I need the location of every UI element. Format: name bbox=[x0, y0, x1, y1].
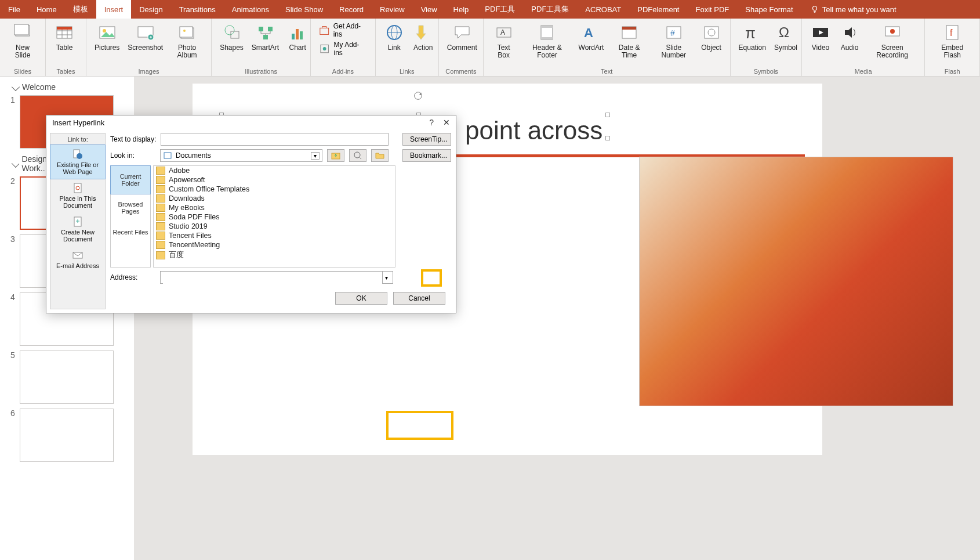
cmd-embed-flash[interactable]: f Embed Flash bbox=[930, 21, 975, 63]
tab-help[interactable]: Help bbox=[445, 0, 477, 19]
tab-shape-format[interactable]: Shape Format bbox=[737, 0, 801, 19]
tab-current-folder[interactable]: Current Folder bbox=[110, 165, 151, 194]
thumb-row-5[interactable]: 5 bbox=[0, 349, 134, 407]
up-folder-button[interactable] bbox=[327, 149, 344, 162]
tab-view[interactable]: View bbox=[413, 0, 445, 19]
tab-file[interactable]: File bbox=[0, 0, 28, 19]
bookmark-button[interactable]: Bookmark... bbox=[402, 149, 451, 162]
cmd-my-addins[interactable]: My Add-ins bbox=[315, 39, 371, 58]
slide-title-text[interactable]: point across bbox=[465, 116, 602, 145]
selection-handle[interactable] bbox=[605, 136, 610, 140]
thumb-5[interactable] bbox=[20, 351, 114, 404]
file-item[interactable]: Custom Office Templates bbox=[154, 185, 395, 194]
tab-insert[interactable]: Insert bbox=[96, 0, 132, 19]
file-list[interactable]: AdobeApowersoftCustom Office TemplatesDo… bbox=[153, 165, 395, 268]
cmd-shapes[interactable]: Shapes bbox=[216, 21, 247, 63]
dialog-help-icon[interactable]: ? bbox=[429, 118, 434, 127]
tab-slideshow[interactable]: Slide Show bbox=[277, 0, 331, 19]
file-item[interactable]: Apowersoft bbox=[154, 175, 395, 185]
linkto-email[interactable]: E-mail Address bbox=[50, 246, 105, 273]
dialog-close-icon[interactable]: ✕ bbox=[443, 118, 450, 127]
linkto-create-new[interactable]: Create New Document bbox=[50, 212, 105, 246]
cmd-photo-album[interactable]: Photo Album bbox=[168, 21, 206, 63]
dropdown-icon[interactable]: ▾ bbox=[382, 272, 390, 283]
cmd-table[interactable]: Table bbox=[50, 21, 78, 63]
globe-page-icon bbox=[72, 149, 84, 160]
wordart-icon: A bbox=[580, 22, 601, 43]
addins-icon bbox=[319, 43, 330, 55]
shapes-icon bbox=[222, 22, 242, 43]
rotation-handle-icon[interactable] bbox=[413, 91, 423, 101]
file-item[interactable]: My eBooks bbox=[154, 203, 395, 212]
screen-recording-icon bbox=[882, 22, 903, 43]
tab-templates[interactable]: 模板 bbox=[65, 0, 96, 19]
section-welcome[interactable]: Welcome bbox=[0, 80, 134, 94]
file-item[interactable]: TencentMeeting bbox=[154, 240, 395, 250]
file-item[interactable]: Soda PDF Files bbox=[154, 212, 395, 222]
browse-web-button[interactable] bbox=[349, 149, 366, 162]
tell-me-search[interactable]: Tell me what you want bbox=[801, 0, 896, 19]
cmd-new-slide[interactable]: New Slide bbox=[5, 21, 41, 63]
cmd-wordart-label: WordArt bbox=[579, 44, 604, 52]
cmd-comment[interactable]: Comment bbox=[444, 21, 481, 63]
dialog-titlebar[interactable]: Insert Hyperlink ? ✕ bbox=[46, 115, 456, 129]
cmd-link[interactable]: Link bbox=[380, 21, 408, 63]
cmd-pictures-label: Pictures bbox=[95, 44, 119, 52]
cmd-header-footer[interactable]: Header & Footer bbox=[520, 21, 574, 63]
browse-file-button[interactable] bbox=[371, 149, 389, 162]
cmd-screen-recording[interactable]: Screen Recording bbox=[865, 21, 920, 63]
tab-pdf-toolset[interactable]: PDF工具集 bbox=[523, 0, 577, 19]
equation-icon: π bbox=[742, 22, 763, 43]
text-to-display-input[interactable] bbox=[161, 133, 389, 146]
linkto-existing-file[interactable]: Existing File or Web Page bbox=[50, 144, 106, 179]
tab-design[interactable]: Design bbox=[131, 0, 170, 19]
tab-pdf-tool[interactable]: PDF工具 bbox=[477, 0, 523, 19]
cmd-chart[interactable]: Chart bbox=[284, 21, 311, 63]
thumb-row-6[interactable]: 6 bbox=[0, 407, 134, 465]
dropdown-icon[interactable]: ▾ bbox=[311, 152, 320, 160]
cmd-smartart[interactable]: SmartArt bbox=[248, 21, 282, 63]
linkto-place-in-doc[interactable]: Place in This Document bbox=[50, 179, 105, 212]
cmd-video[interactable]: Video bbox=[807, 21, 834, 63]
file-item-label: My eBooks bbox=[169, 204, 205, 212]
cmd-get-addins[interactable]: Get Add-ins bbox=[315, 21, 371, 39]
cmd-wordart[interactable]: A WordArt bbox=[575, 21, 608, 63]
thumb-6[interactable] bbox=[20, 409, 114, 462]
tab-review[interactable]: Review bbox=[372, 0, 413, 19]
tab-record[interactable]: Record bbox=[331, 0, 372, 19]
cmd-object[interactable]: Object bbox=[698, 21, 725, 63]
document-target-icon bbox=[72, 182, 84, 194]
tab-foxit[interactable]: Foxit PDF bbox=[687, 0, 737, 19]
cmd-action[interactable]: Action bbox=[409, 21, 437, 63]
cmd-audio[interactable]: Audio bbox=[836, 21, 863, 63]
cmd-equation[interactable]: π Equation bbox=[735, 21, 770, 63]
cmd-symbol[interactable]: Ω Symbol bbox=[771, 21, 801, 63]
look-in-combo[interactable]: Documents ▾ bbox=[160, 149, 322, 162]
ok-button[interactable]: OK bbox=[335, 292, 387, 305]
svg-rect-56 bbox=[164, 153, 171, 158]
tab-home[interactable]: Home bbox=[28, 0, 65, 19]
cmd-textbox[interactable]: A Text Box bbox=[488, 21, 520, 63]
tab-browsed-pages[interactable]: Browsed Pages bbox=[111, 194, 150, 222]
file-item-label: Adobe bbox=[169, 167, 190, 175]
cmd-date-time[interactable]: Date & Time bbox=[608, 21, 650, 63]
tab-recent-files[interactable]: Recent Files bbox=[111, 222, 150, 243]
file-item[interactable]: Tencent Files bbox=[154, 231, 395, 240]
address-combo[interactable]: ▾ bbox=[160, 271, 393, 284]
file-item[interactable]: 百度 bbox=[154, 250, 395, 261]
tab-animations[interactable]: Animations bbox=[224, 0, 277, 19]
tab-pdfelement[interactable]: PDFelement bbox=[629, 0, 687, 19]
cancel-button[interactable]: Cancel bbox=[393, 292, 445, 305]
cmd-slide-number[interactable]: # Slide Number bbox=[651, 21, 696, 63]
group-flash-label: Flash bbox=[930, 68, 975, 76]
tab-transitions[interactable]: Transitions bbox=[171, 0, 224, 19]
address-input[interactable] bbox=[163, 272, 382, 284]
file-item[interactable]: Adobe bbox=[154, 166, 395, 175]
screentip-button[interactable]: ScreenTip... bbox=[402, 133, 451, 146]
cmd-screenshot[interactable]: Screenshot bbox=[124, 21, 166, 63]
tab-acrobat[interactable]: ACROBAT bbox=[577, 0, 629, 19]
selection-handle[interactable] bbox=[605, 113, 610, 117]
file-item[interactable]: Studio 2019 bbox=[154, 222, 395, 231]
cmd-pictures[interactable]: Pictures bbox=[91, 21, 123, 63]
file-item[interactable]: Downloads bbox=[154, 194, 395, 203]
